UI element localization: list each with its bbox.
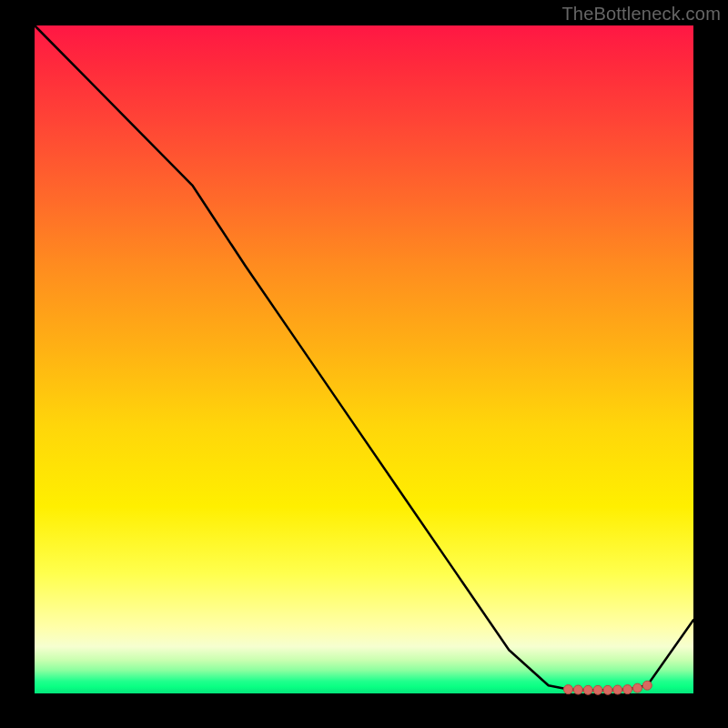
optimal-region-markers [563,681,652,694]
marker-point [613,685,622,694]
marker-point [573,685,582,694]
marker-point [603,685,612,694]
marker-point [593,685,602,694]
bottleneck-curve [35,25,693,690]
marker-point [583,685,592,694]
marker-point [642,681,652,690]
marker-point [633,683,642,693]
watermark-text: TheBottleneck.com [561,4,721,25]
marker-point [563,685,572,694]
marker-point [623,685,632,694]
chart-container: TheBottleneck.com [0,0,728,728]
chart-svg [35,25,693,693]
plot-area [35,25,693,693]
